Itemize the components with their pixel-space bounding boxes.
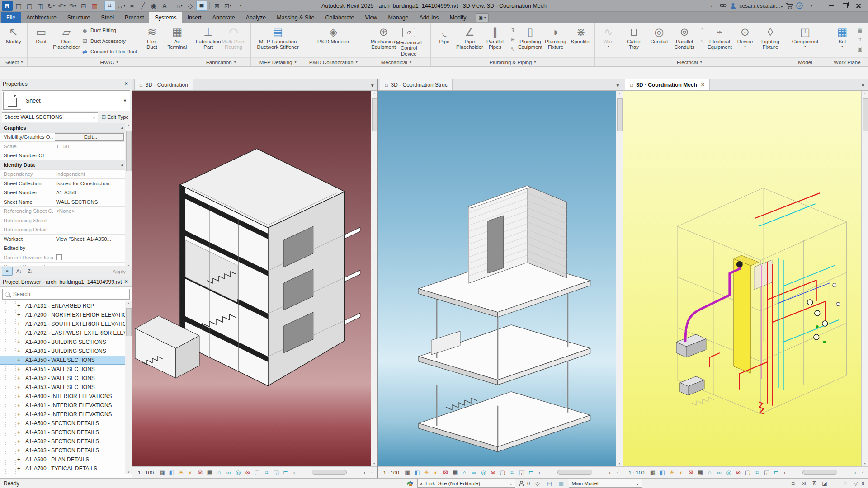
view-control-icon[interactable]: ◎ [234, 468, 242, 477]
view-control-icon[interactable]: ◱ [517, 468, 526, 477]
sort-icon[interactable]: Z↓ [25, 267, 35, 275]
apply-button[interactable]: Apply [113, 269, 130, 274]
property-row[interactable]: Workset View "Sheet: A1-A350... [0, 235, 132, 244]
view-control-icon[interactable]: ◐ [432, 468, 440, 477]
status-icon[interactable]: ◇ [533, 479, 542, 488]
ribbon-button[interactable]: ◈ P&ID Modeler ▾ [310, 24, 356, 57]
view-control-icon[interactable]: ◎ [479, 468, 488, 477]
property-row[interactable]: Dependency Independent [0, 170, 132, 179]
view-control-icon[interactable]: ▩ [649, 468, 657, 477]
qat-icon[interactable]: ↻ [46, 1, 56, 10]
view-control-icon[interactable]: ⊗ [489, 468, 497, 477]
view-control-icon[interactable]: ⊏ [772, 468, 781, 477]
expand-icon[interactable] [17, 428, 20, 437]
qat-icon[interactable]: ≣ [196, 1, 207, 11]
panel-label-work-plane[interactable]: Work Plane [826, 57, 868, 66]
ribbon-button[interactable]: ◗ PlumbingFixture ▾ [543, 24, 568, 57]
panel-label-mechanical[interactable]: Mechanical [362, 57, 430, 66]
viewport-coordination-struc[interactable]: ▴▾ [378, 91, 623, 466]
search-help-icon[interactable] [720, 3, 727, 9]
expand-icon[interactable] [17, 338, 20, 347]
ribbon-small-button[interactable]: ◆ Duct Fitting [81, 25, 137, 35]
ribbon-mini-icon[interactable]: ∿ [508, 45, 517, 53]
view-control-icon[interactable]: ◐ [677, 468, 686, 477]
ribbon-button[interactable]: ⌁ ElectricalEquipment ▾ [708, 24, 732, 57]
ribbon-mini-icon[interactable]: ⊕ [508, 35, 517, 43]
property-row[interactable]: Edited by [0, 244, 132, 253]
qat-icon[interactable]: ≍ [127, 1, 137, 10]
sort-icon[interactable]: A↓ [14, 267, 24, 275]
ribbon-tab[interactable]: File [1, 12, 21, 23]
selection-toggle-icon[interactable]: ⊼ [810, 479, 818, 488]
view-control-icon[interactable]: ◱ [763, 468, 771, 477]
expand-icon[interactable] [17, 347, 20, 356]
minimize-button[interactable] [826, 1, 837, 10]
worksets-icon[interactable] [407, 480, 414, 487]
selection-toggle-icon[interactable]: ⊃ [789, 479, 797, 488]
property-row[interactable]: Sheet Number A1-A350 [0, 188, 132, 198]
scroll-left-icon[interactable] [536, 469, 543, 476]
expand-icon[interactable] [17, 419, 20, 428]
ribbon-button[interactable]: ▯ PlumbingEquipment ▾ [518, 24, 542, 57]
property-row[interactable]: Identity Data [0, 160, 132, 170]
signed-in-user[interactable]: cesar.r.escalan... [739, 3, 783, 9]
browser-scrollbar[interactable]: ▴▾ [125, 301, 132, 474]
ribbon-button[interactable]: ▭ Duct ▾ [29, 24, 53, 57]
view-control-icon[interactable]: ▦ [205, 468, 214, 477]
ribbon-button[interactable]: ∿ Wire ▾ [596, 24, 621, 57]
qat-icon[interactable] [172, 2, 172, 9]
close-button[interactable] [853, 1, 864, 10]
view-control-icon[interactable]: ⌂ [706, 468, 714, 477]
type-selector[interactable]: Sheet ▼ [2, 90, 130, 111]
ribbon-button[interactable]: ⊛ MechanicalEquipment ▾ [371, 24, 396, 57]
ribbon-mini-icon[interactable]: ⌗ [855, 35, 864, 43]
selection-toggle-icon[interactable]: + [831, 479, 839, 488]
qat-icon[interactable]: ⊠ [212, 1, 222, 10]
view-control-icon[interactable]: ⊏ [281, 468, 290, 477]
view-control-icon[interactable]: ⌗ [508, 468, 516, 477]
view-tab[interactable]: 3D - Coordination [134, 79, 193, 90]
sheet-item[interactable]: A1-A402 - INTERIOR ELEVATIONS [0, 410, 132, 419]
close-icon[interactable]: ✕ [123, 81, 129, 87]
ribbon-tab[interactable]: Add-Ins [414, 12, 444, 23]
panel-label-select[interactable]: Select [0, 57, 27, 66]
sheet-item[interactable]: A1-A351 - WALL SECTIONS [0, 365, 132, 374]
qat-icon[interactable]: ╱ [138, 1, 148, 10]
view-control-icon[interactable]: ⊏ [527, 468, 535, 477]
sheet-item[interactable]: A1-A301 - BUILDING SECTIONS [0, 347, 132, 356]
scroll-left-icon[interactable] [782, 469, 788, 476]
expand-icon[interactable] [17, 328, 20, 338]
view-control-icon[interactable]: ☀ [422, 468, 431, 477]
resize-grip-icon[interactable]: ⋰ [614, 470, 620, 475]
search-input[interactable] [12, 291, 127, 298]
view-control-icon[interactable]: ⌗ [262, 468, 271, 477]
ribbon-mini-icon[interactable]: ▦ [855, 26, 864, 34]
resize-grip-icon[interactable]: ⋰ [369, 470, 375, 475]
ribbon-mini-icon[interactable]: ▣ [855, 45, 864, 53]
expand-icon[interactable] [17, 383, 20, 392]
qat-icon[interactable]: ▢ [24, 1, 34, 10]
close-view-icon[interactable]: ✕ [701, 82, 705, 88]
ribbon-button[interactable]: ◎ Conduit ▾ [647, 24, 671, 57]
scroll-right-icon[interactable] [361, 469, 368, 476]
view-control-icon[interactable]: ▩ [403, 468, 412, 477]
set-work-plane-button[interactable]: ▦ Set ▾ [830, 24, 854, 57]
tab-list-icon[interactable]: ▼ [861, 83, 868, 88]
ribbon-button[interactable]: ▦ AirTerminal ▾ [165, 24, 189, 57]
restore-button[interactable] [839, 1, 851, 10]
expand-icon[interactable] [17, 356, 20, 365]
properties-scrollbar[interactable]: ▴▾ [125, 123, 132, 267]
view-control-icon[interactable]: ◎ [725, 468, 733, 477]
expand-icon[interactable] [17, 365, 20, 374]
expand-icon[interactable] [17, 464, 20, 473]
type-dropdown[interactable]: Sheet: WALL SECTIONS [2, 112, 98, 122]
view-control-icon[interactable]: ⌂ [460, 468, 469, 477]
qat-icon[interactable] [209, 2, 210, 9]
ribbon-tab[interactable]: Analyze [241, 12, 271, 23]
ribbon-tab[interactable]: View [360, 12, 383, 23]
design-option-dropdown[interactable]: Main Model [569, 479, 642, 488]
view-control-icon[interactable]: ⊠ [687, 468, 695, 477]
help-menu-chevron-icon[interactable] [806, 1, 816, 10]
property-row[interactable]: Sheet Name WALL SECTIONS [0, 197, 132, 207]
qat-icon[interactable]: ◇ [185, 1, 195, 10]
